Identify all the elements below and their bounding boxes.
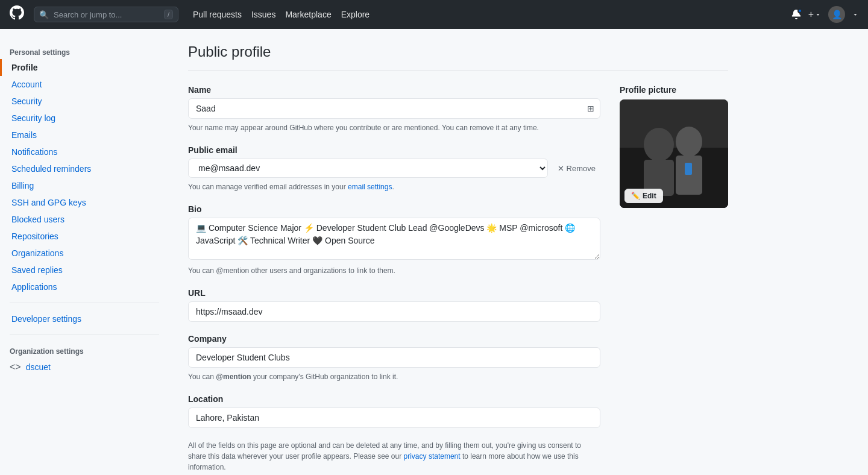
- sidebar-item-saved-replies[interactable]: Saved replies: [0, 262, 169, 278]
- name-field-group: Name ⊞ Your name may appear around GitHu…: [188, 85, 600, 133]
- company-hint: You can @mention your company's GitHub o…: [188, 371, 600, 382]
- sidebar-item-billing[interactable]: Billing: [0, 177, 169, 194]
- navbar: 🔍 / Pull requests Issues Marketplace Exp…: [0, 0, 868, 29]
- sidebar-item-scheduled-reminders[interactable]: Scheduled reminders: [0, 160, 169, 177]
- bio-field-group: Bio 💻 Computer Science Major ⚡ Developer…: [188, 204, 600, 276]
- sidebar-item-emails[interactable]: Emails: [0, 127, 169, 143]
- sidebar-item-repositories[interactable]: Repositories: [0, 228, 169, 245]
- personal-settings-header: Personal settings: [0, 43, 169, 59]
- page-wrapper: Personal settings Profile Account Securi…: [0, 29, 868, 475]
- profile-form: Name ⊞ Your name may appear around GitHu…: [188, 85, 600, 475]
- sidebar-item-applications[interactable]: Applications: [0, 278, 169, 295]
- navbar-right: + 👤: [791, 6, 858, 23]
- url-input[interactable]: [188, 301, 600, 322]
- notifications-button[interactable]: [791, 10, 801, 19]
- company-input[interactable]: [188, 347, 600, 368]
- sidebar-item-ssh-gpg-keys[interactable]: SSH and GPG keys: [0, 194, 169, 211]
- email-select-wrapper: me@msaad.dev ✕ Remove: [188, 159, 600, 178]
- location-input[interactable]: [188, 407, 600, 428]
- public-email-label: Public email: [188, 145, 600, 155]
- bio-label: Bio: [188, 204, 600, 214]
- sidebar-divider-2: [10, 335, 159, 335]
- search-kbd-badge: /: [164, 10, 173, 19]
- organization-settings-header: Organization settings: [0, 342, 169, 358]
- avatar-chevron-icon: [852, 11, 858, 17]
- search-icon: 🔍: [39, 10, 49, 19]
- nav-issues[interactable]: Issues: [251, 10, 275, 19]
- location-field-group: Location: [188, 394, 600, 428]
- sidebar-divider-1: [10, 303, 159, 303]
- name-input[interactable]: [188, 98, 600, 119]
- main-content: Public profile Name ⊞ Your name may appe…: [169, 29, 747, 475]
- edit-label: Edit: [643, 192, 656, 200]
- edit-pencil-icon: ✏️: [631, 192, 640, 200]
- search-bar[interactable]: 🔍 /: [34, 7, 178, 22]
- nav-pull-requests[interactable]: Pull requests: [193, 10, 242, 19]
- navbar-links: Pull requests Issues Marketplace Explore: [193, 10, 370, 19]
- sidebar-item-profile[interactable]: Profile: [0, 59, 169, 76]
- name-input-icon: ⊞: [587, 104, 594, 113]
- public-email-select[interactable]: me@msaad.dev: [188, 159, 548, 178]
- org-icon: <>: [10, 362, 21, 373]
- sidebar-item-security[interactable]: Security: [0, 93, 169, 110]
- sidebar-item-blocked-users[interactable]: Blocked users: [0, 211, 169, 228]
- sidebar-item-organizations[interactable]: Organizations: [0, 245, 169, 262]
- svg-rect-5: [676, 156, 702, 195]
- public-email-field-group: Public email me@msaad.dev ✕ Remove You c…: [188, 145, 600, 192]
- bio-hint: You can @mention other users and organiz…: [188, 265, 600, 276]
- nav-marketplace[interactable]: Marketplace: [285, 10, 331, 19]
- sidebar-item-notifications[interactable]: Notifications: [0, 143, 169, 160]
- sidebar: Personal settings Profile Account Securi…: [0, 29, 169, 475]
- profile-picture-label: Profile picture: [620, 85, 728, 95]
- email-settings-link[interactable]: email settings: [348, 183, 392, 191]
- company-field-group: Company You can @mention your company's …: [188, 334, 600, 382]
- bio-textarea[interactable]: 💻 Computer Science Major ⚡ Developer Stu…: [188, 218, 600, 260]
- privacy-statement-link[interactable]: privacy statement: [404, 452, 461, 461]
- search-input[interactable]: [54, 10, 159, 19]
- fields-note: All of the fields on this page are optio…: [188, 440, 600, 473]
- profile-layout: Name ⊞ Your name may appear around GitHu…: [188, 85, 728, 475]
- org-label: dscuet: [26, 362, 51, 372]
- nav-explore[interactable]: Explore: [341, 10, 370, 19]
- sidebar-item-developer-settings[interactable]: Developer settings: [0, 310, 169, 327]
- remove-label: Remove: [567, 164, 596, 173]
- page-title: Public profile: [188, 43, 728, 71]
- add-button[interactable]: +: [808, 9, 821, 20]
- avatar[interactable]: 👤: [828, 6, 845, 23]
- svg-point-4: [676, 127, 702, 157]
- notification-dot: [797, 8, 802, 13]
- sidebar-org-dscuet[interactable]: <> dscuet: [0, 358, 169, 376]
- profile-picture-section: Profile picture: [620, 85, 728, 475]
- name-input-wrapper: ⊞: [188, 98, 600, 119]
- url-field-group: URL: [188, 288, 600, 322]
- github-logo-icon[interactable]: [10, 5, 24, 24]
- name-hint: Your name may appear around GitHub where…: [188, 122, 600, 133]
- svg-rect-6: [685, 163, 692, 175]
- company-label: Company: [188, 334, 600, 344]
- name-label: Name: [188, 85, 600, 95]
- location-label: Location: [188, 394, 600, 404]
- profile-picture-container: ✏️ Edit: [620, 99, 728, 208]
- url-label: URL: [188, 288, 600, 298]
- sidebar-item-account[interactable]: Account: [0, 76, 169, 93]
- sidebar-item-security-log[interactable]: Security log: [0, 110, 169, 127]
- remove-email-button[interactable]: ✕ Remove: [553, 162, 600, 175]
- edit-profile-picture-button[interactable]: ✏️ Edit: [624, 189, 663, 203]
- svg-point-2: [644, 128, 674, 162]
- public-email-hint: You can manage verified email addresses …: [188, 181, 600, 192]
- remove-x-icon: ✕: [558, 164, 564, 173]
